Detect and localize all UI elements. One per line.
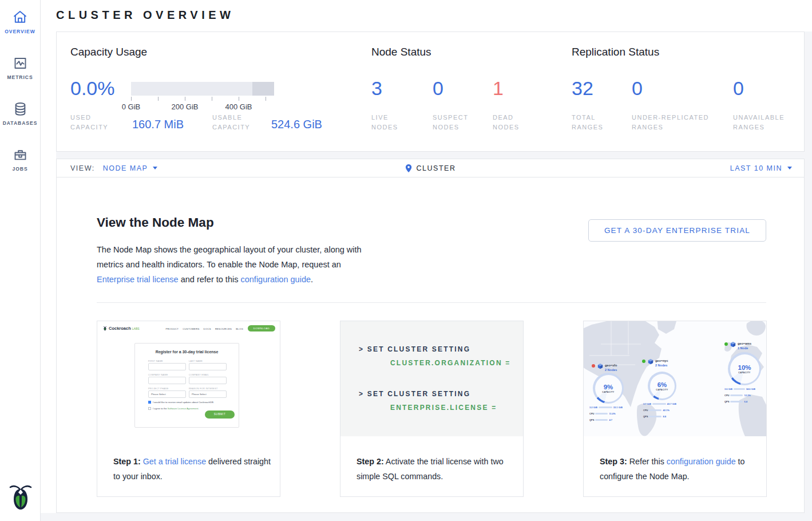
- dead-nodes-value: 1: [493, 77, 504, 100]
- node-cube-icon: [730, 342, 736, 348]
- databases-icon: [0, 101, 40, 117]
- chevron-down-icon: [787, 167, 792, 169]
- sidebar-item-label: JOBS: [0, 166, 40, 172]
- step2-card: > SET CLUSTER SETTING CLUSTER.ORGANIZATI…: [340, 321, 524, 497]
- capacity-used-percent: 0.0%: [70, 77, 115, 100]
- node-status-title: Node Status: [371, 46, 431, 58]
- step3-card: geo=sfo 2 Nodes 9%CAPACITY 3.2 GiB33.1 G…: [583, 321, 767, 497]
- node-cube-icon: [648, 359, 653, 365]
- node-cube-icon: [597, 364, 603, 369]
- unavailable-ranges-value: 0: [733, 77, 744, 100]
- sidebar-item-label: DATABASES: [0, 120, 40, 126]
- metrics-icon: [0, 56, 40, 71]
- locale-sfo: geo=sfo 2 Nodes: [592, 364, 617, 372]
- used-capacity-label: USED CAPACITY: [70, 113, 118, 132]
- status-dot-green: [724, 342, 728, 346]
- step1-card: Cockroach LABS PRODUCT CUSTOMERS DOCS RE…: [97, 321, 280, 497]
- code-prompt: > SET CLUSTER SETTING: [359, 345, 470, 353]
- summary-card: Capacity Usage 0.0% 0 GiB 200 GiB 400 Gi…: [56, 31, 805, 152]
- under-replicated-ranges-value: 0: [632, 77, 643, 100]
- dead-nodes-label: DEAD NODES: [493, 113, 538, 132]
- scope-breadcrumb[interactable]: CLUSTER: [405, 159, 456, 177]
- step3-node-map-preview: geo=sfo 2 Nodes 9%CAPACITY 3.2 GiB33.1 G…: [584, 321, 766, 436]
- get-trial-license-link[interactable]: Get a trial license: [143, 457, 206, 466]
- status-dot-green: [642, 360, 645, 363]
- capacity-axis-tick: 200 GiB: [172, 102, 199, 111]
- under-replicated-ranges-label: UNDER-REPLICATED RANGES: [632, 113, 729, 132]
- capacity-bar-reserved: [252, 82, 274, 96]
- node-map-panel: View the Node Map The Node Map shows the…: [56, 177, 805, 513]
- sidebar-item-jobs[interactable]: JOBS: [0, 147, 40, 172]
- configuration-guide-link[interactable]: configuration guide: [667, 457, 736, 466]
- mini-download-button: DOWNLOAD: [248, 325, 275, 331]
- live-nodes-value: 3: [371, 77, 382, 100]
- sidebar-item-label: OVERVIEW: [0, 29, 40, 34]
- unavailable-ranges-label: UNAVAILABLE RANGES: [733, 113, 796, 132]
- capacity-donut-nyc: 6%CAPACITY: [648, 372, 676, 400]
- usable-capacity-label: USABLE CAPACITY: [212, 113, 260, 132]
- page-title: CLUSTER OVERVIEW: [56, 9, 234, 22]
- view-label: VIEW:: [70, 164, 95, 172]
- locale-ams: geo=ams 1 Node: [724, 342, 751, 350]
- capacity-usage-title: Capacity Usage: [70, 46, 147, 58]
- step3-caption: Step 3: Refer this configuration guide t…: [600, 454, 763, 484]
- step1-screenshot: Cockroach LABS PRODUCT CUSTOMERS DOCS RE…: [97, 321, 280, 436]
- capacity-donut-sfo: 9%CAPACITY: [593, 373, 624, 404]
- suspect-nodes-label: SUSPECT NODES: [433, 113, 478, 132]
- view-toolbar: VIEW: NODE MAP CLUSTER LAST 10 MIN: [56, 159, 805, 177]
- step1-caption: Step 1: Get a trial license delivered st…: [113, 454, 276, 484]
- locale-nyc: geo=nyc 2 Nodes: [642, 359, 668, 368]
- view-selector[interactable]: NODE MAP: [103, 164, 158, 172]
- total-ranges-value: 32: [572, 77, 593, 100]
- background-gap: [56, 152, 812, 159]
- time-range-selector[interactable]: LAST 10 MIN: [730, 159, 792, 177]
- code-setting: ENTERPRISE.LICENSE =: [390, 404, 497, 412]
- capacity-axis-tick: 400 GiB: [225, 102, 252, 111]
- panel-heading: View the Node Map: [97, 215, 214, 230]
- total-ranges-label: TOTAL RANGES: [572, 113, 617, 132]
- configuration-guide-link[interactable]: configuration guide: [240, 275, 311, 284]
- sidebar-item-label: METRICS: [0, 74, 40, 80]
- cockroachdb-logo: [9, 483, 33, 514]
- enterprise-trial-button[interactable]: GET A 30-DAY ENTERPRISE TRIAL: [588, 219, 766, 242]
- step2-code-block: > SET CLUSTER SETTING CLUSTER.ORGANIZATI…: [340, 321, 523, 436]
- code-prompt: > SET CLUSTER SETTING: [359, 390, 470, 398]
- chevron-down-icon: [153, 167, 157, 169]
- background-right-margin: [805, 31, 812, 521]
- sidebar-item-databases[interactable]: DATABASES: [0, 101, 40, 126]
- code-setting: CLUSTER.ORGANIZATION =: [390, 359, 511, 367]
- live-nodes-label: LIVE NODES: [371, 113, 417, 132]
- jobs-icon: [0, 147, 40, 163]
- sidebar-item-overview[interactable]: OVERVIEW: [0, 9, 40, 34]
- background-bottom-margin: [41, 513, 812, 521]
- status-dot-red: [592, 364, 595, 368]
- capacity-donut-ams: 10%CAPACITY: [728, 352, 761, 385]
- divider: [97, 302, 766, 303]
- used-capacity-value: 160.7 MiB: [132, 118, 184, 131]
- mini-submit-button: SUBMIT: [205, 411, 235, 419]
- replication-status-title: Replication Status: [572, 46, 659, 58]
- home-icon: [0, 9, 40, 25]
- mini-register-form: Register for a 30-day trial license FIRS…: [134, 343, 239, 428]
- step2-caption: Step 2: Activate the trial license with …: [357, 454, 520, 484]
- capacity-bar: [131, 82, 274, 96]
- location-pin-icon: [405, 164, 413, 173]
- enterprise-trial-license-link[interactable]: Enterprise trial license: [97, 275, 179, 284]
- sidebar-item-metrics[interactable]: METRICS: [0, 56, 40, 80]
- sidebar: OVERVIEW METRICS DATABASES: [0, 0, 41, 521]
- capacity-axis-tick: 0 GiB: [122, 102, 141, 111]
- cockroach-labs-logo: Cockroach LABS: [103, 326, 140, 331]
- mini-nav: PRODUCT CUSTOMERS DOCS RESOURCES BLOG: [165, 327, 243, 330]
- panel-description: The Node Map shows the geographical layo…: [97, 242, 362, 287]
- usable-capacity-value: 524.6 GiB: [271, 118, 322, 131]
- suspect-nodes-value: 0: [433, 77, 443, 100]
